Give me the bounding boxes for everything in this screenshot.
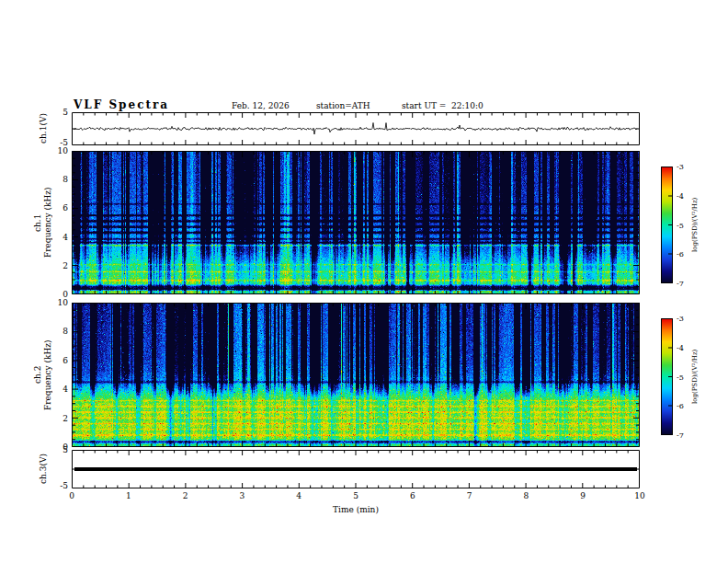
ch1-waveform-plot	[72, 112, 640, 145]
time-axis-label: Time (min)	[333, 505, 379, 514]
vlf-spectra-figure: VLF Spectra Feb. 12, 2026 station=ATH st…	[0, 0, 728, 563]
spec1-y-tick-label: 10	[48, 146, 68, 155]
spec1-y-tick-label: 4	[48, 233, 68, 242]
colorbar2-tick-label: -7	[677, 431, 684, 440]
x-tick-label: 4	[296, 491, 301, 500]
x-tick-label: 8	[524, 491, 529, 500]
colorbar1-label: log(PSD)/(V²/Hz)	[691, 164, 699, 286]
ch1-voltage-axis-label: ch.1(V)	[39, 112, 48, 145]
colorbar1-tick-label: -4	[677, 192, 684, 201]
colorbar-spec1	[661, 167, 673, 283]
ch3-flatline-plot	[72, 450, 640, 488]
x-tick-label: 9	[580, 491, 586, 500]
colorbar-spec2	[661, 318, 673, 435]
x-tick-label: 10	[634, 491, 644, 500]
ch2-spectrogram	[72, 303, 640, 447]
spec2-y-tick-label: 0	[48, 442, 68, 452]
x-tick-label: 1	[126, 491, 131, 500]
plot-start-ut: start UT = 22:10:0	[402, 101, 483, 110]
x-tick-label: 5	[353, 491, 358, 500]
spec1-frequency-axis-label: Frequency (kHz)	[43, 151, 52, 294]
spec1-y-tick-label: 6	[48, 203, 68, 213]
x-tick-label: 7	[467, 491, 472, 500]
spec2-y-tick-label: 6	[48, 356, 68, 365]
x-tick-label: 6	[410, 491, 415, 500]
x-tick-label: 0	[69, 491, 74, 500]
colorbar1-tick-label: -7	[677, 280, 684, 288]
spec2-channel-label: ch.2	[33, 303, 42, 447]
spec2-y-tick-label: 10	[48, 298, 68, 307]
spec1-y-tick-label: 8	[48, 175, 68, 184]
spec1-y-tick-label: 2	[48, 261, 68, 270]
colorbar2-tick-label: -5	[677, 373, 684, 382]
spec1-channel-label: ch.1	[33, 151, 42, 294]
colorbar1-tick-label: -6	[677, 250, 684, 259]
colorbar1-tick-label: -5	[677, 222, 684, 230]
colorbar1-tick-label: -3	[677, 163, 684, 171]
x-tick-label: 2	[183, 491, 188, 500]
plot-title: VLF Spectra	[74, 98, 169, 111]
spec2-y-tick-label: 8	[48, 327, 68, 336]
ch1-spectrogram	[72, 151, 640, 294]
colorbar2-tick-label: -6	[677, 402, 684, 410]
x-tick-label: 3	[240, 491, 245, 500]
plot-date: Feb. 12, 2026	[232, 101, 290, 110]
plot-station: station=ATH	[316, 101, 370, 110]
spec2-frequency-axis-label: Frequency (kHz)	[43, 303, 52, 447]
colorbar2-tick-label: -3	[677, 315, 684, 323]
spec2-y-tick-label: 4	[48, 385, 68, 394]
colorbar2-tick-label: -4	[677, 344, 684, 352]
waveform-ymax-tick: 5	[48, 108, 68, 117]
ch3-ymin-tick: -5	[48, 481, 68, 490]
ch3-voltage-axis-label: ch.3(V)	[39, 450, 48, 488]
colorbar2-label: log(PSD)/(V²/Hz)	[691, 316, 699, 438]
spec2-y-tick-label: 2	[48, 414, 68, 423]
